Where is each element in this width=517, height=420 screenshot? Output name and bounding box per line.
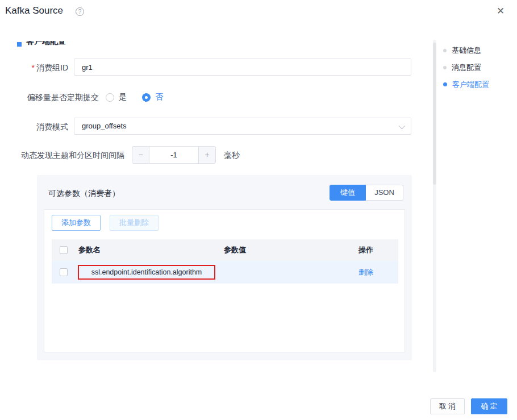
view-toggle: 键值 JSON [330,185,403,201]
radio-icon-selected[interactable] [142,93,151,102]
confirm-button[interactable]: 确定 [471,398,507,414]
offset-commit-label: 偏移量是否定期提交 [27,93,99,103]
discovery-interval-stepper: − + [132,146,216,164]
radio-option-no[interactable]: 否 [142,92,163,102]
scrollbar-thumb[interactable] [433,43,436,185]
column-header-value: 参数值 [224,239,246,261]
nav-item-client-config[interactable]: 客户端配置 [443,80,489,89]
nav-item-message-config[interactable]: 消息配置 [443,63,489,72]
section-bullet [17,42,22,47]
section-title-client-config: 客户端配置 [26,41,66,47]
consume-mode-value: group_offsets [82,122,127,130]
discovery-interval-input[interactable] [149,147,198,163]
consume-mode-select[interactable]: group_offsets [74,118,411,135]
consume-mode-label: 消费模式 [0,122,68,132]
table-header-row: 参数名 参数值 操作 [52,239,398,261]
anchor-nav: 基础信息 消息配置 客户端配置 [443,45,489,97]
help-icon[interactable]: ? [76,7,84,16]
stepper-minus-button[interactable]: − [132,147,149,163]
optional-params-title: 可选参数（消费者） [48,189,120,199]
param-name-cell: ssl.endpoint.identification.algorithm [91,268,202,276]
table-row: ssl.endpoint.identification.algorithm 删除 [52,261,398,284]
optional-params-panel: 可选参数（消费者） 键值 JSON 添加参数 批量删除 参数名 参数值 操作 [37,175,412,360]
column-header-name: 参数名 [78,239,101,261]
nav-dot-icon [443,82,447,86]
nav-dot-icon [443,66,447,69]
consumer-group-input[interactable] [74,59,411,76]
form-scroll-area: 客户端配置 *消费组ID 偏移量是否定期提交 是 否 消费模式 group_of… [0,41,432,372]
discovery-interval-unit: 毫秒 [224,151,240,161]
column-header-action: 操作 [358,239,373,261]
row-checkbox[interactable] [60,268,68,276]
dialog-title: Kafka Source [5,5,63,16]
kafka-source-dialog: Kafka Source ? ✕ 客户端配置 *消费组ID 偏移量是否定期提交 … [0,0,517,420]
params-table-container: 添加参数 批量删除 参数名 参数值 操作 ssl.endpoint.identi… [44,209,405,352]
params-table: 参数名 参数值 操作 ssl.endpoint.identification.a… [52,239,398,284]
radio-option-label: 否 [155,92,163,102]
select-all-checkbox[interactable] [60,246,68,254]
cancel-button[interactable]: 取消 [430,398,465,414]
toggle-keyvalue-button[interactable]: 键值 [330,185,366,201]
required-marker: * [32,63,35,72]
radio-icon[interactable] [106,93,114,102]
nav-dot-icon [443,49,447,52]
discovery-interval-label: 动态发现主题和分区时间间隔 [21,151,124,161]
batch-delete-button[interactable]: 批量删除 [110,215,159,231]
nav-item-basic-info[interactable]: 基础信息 [443,45,489,55]
annotation-highlight-box: ssl.endpoint.identification.algorithm [78,265,215,280]
toggle-json-button[interactable]: JSON [366,185,403,201]
add-param-button[interactable]: 添加参数 [52,215,101,231]
delete-row-link[interactable]: 删除 [358,261,373,284]
radio-option-yes[interactable]: 是 [106,92,127,102]
close-icon[interactable]: ✕ [494,5,507,18]
consumer-group-label: *消费组ID [0,63,68,73]
radio-option-label: 是 [119,92,127,102]
vertical-scrollbar[interactable] [433,40,436,372]
chevron-down-icon [399,123,405,129]
stepper-plus-button[interactable]: + [198,147,215,163]
